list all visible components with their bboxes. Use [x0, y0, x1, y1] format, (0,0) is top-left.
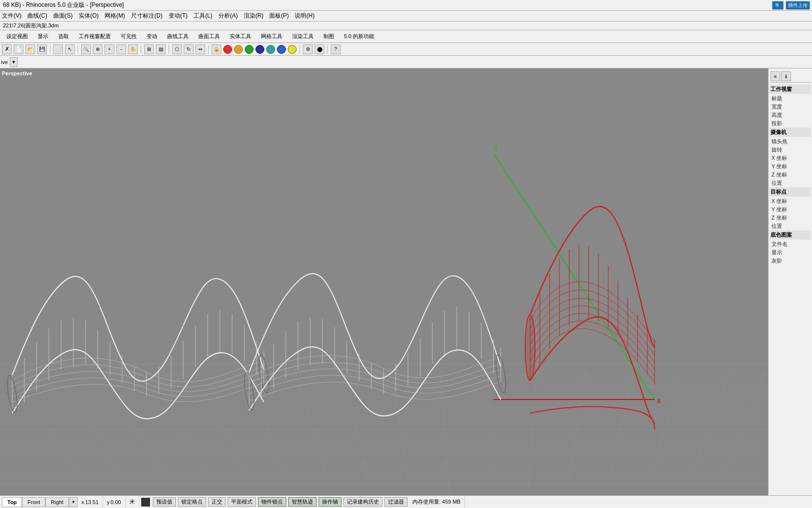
panel-target-y[interactable]: Y 坐标 [769, 205, 811, 214]
tb-rotate[interactable]: ↻ [184, 44, 193, 54]
btn-ortho[interactable]: 正交 [208, 497, 226, 507]
panel-display[interactable]: 显示 [769, 248, 811, 257]
menu-solid[interactable]: 实体(O) [79, 12, 99, 20]
menu-curve[interactable]: 曲线(C) [27, 12, 47, 20]
tab-select[interactable]: 选取 [54, 31, 73, 42]
status-bar: Top Front Right ✦ x 13.51 y 0.00 米 预设值 锁… [0, 495, 812, 508]
tb-new[interactable]: 📄 [14, 44, 23, 54]
panel-focal-length[interactable]: 镜头焦 [769, 137, 811, 146]
sep2 [78, 45, 78, 54]
tab-mesh-tools[interactable]: 网格工具 [256, 31, 287, 42]
panel-target-z[interactable]: Z 坐标 [769, 214, 811, 222]
tb-color7[interactable] [288, 45, 297, 54]
tb-record[interactable]: ⬤ [315, 44, 324, 54]
tb-save[interactable]: 💾 [37, 44, 47, 54]
tb-color4[interactable] [256, 45, 264, 54]
menu-help[interactable]: 说明(H) [295, 12, 315, 20]
sep1 [50, 45, 50, 54]
viewport-dropdown[interactable]: ▼ [10, 57, 18, 67]
menu-mesh[interactable]: 网格(M) [105, 12, 125, 20]
tb-color6[interactable] [277, 45, 286, 54]
tb-help[interactable]: ? [331, 44, 341, 54]
btn-lock-grid[interactable]: 锁定格点 [178, 497, 206, 507]
panel-height[interactable]: 高度 [769, 111, 811, 119]
tab-render-tools[interactable]: 渲染工具 [288, 31, 318, 42]
tb-color3[interactable] [245, 45, 254, 54]
search-btn[interactable]: 🔍 [772, 1, 784, 10]
color-indicator[interactable] [141, 498, 150, 507]
btn-record[interactable]: 记录建构历史 [343, 497, 383, 507]
tab-new-features[interactable]: 5.0 的新功能 [340, 31, 379, 42]
properties-icon[interactable]: ℹ [781, 71, 791, 81]
tb-zoom-in[interactable]: + [105, 44, 114, 54]
btn-default[interactable]: 预设值 [153, 497, 176, 507]
menu-tools[interactable]: 工具(L) [193, 12, 213, 20]
tb-mirror[interactable]: ⇔ [195, 44, 205, 54]
tab-add[interactable]: ✦ [69, 497, 78, 507]
tb-select-all[interactable]: ⬜ [53, 44, 63, 54]
btn-plane[interactable]: 平面模式 [228, 497, 256, 507]
btn-snap[interactable]: 物件锁点 [258, 497, 286, 507]
panel-rotation[interactable]: 旋转 [769, 146, 811, 154]
tab-curve-tools[interactable]: 曲线工具 [163, 31, 193, 42]
tb-move[interactable]: ↖ [65, 44, 75, 54]
tb-undo[interactable]: ✗ [2, 44, 12, 54]
btn-smart-track[interactable]: 智慧轨迹 [288, 497, 317, 507]
tab-top[interactable]: Top [2, 497, 22, 507]
panel-cam-z[interactable]: Z 坐标 [769, 171, 811, 179]
memory-field: 内存使用量: 459 MB [408, 496, 465, 508]
viewport-name: Perspective [2, 70, 32, 76]
panel-cam-x[interactable]: X 坐标 [769, 154, 811, 162]
btn-gumball[interactable]: 操作轴 [319, 497, 342, 507]
tab-surface-tools[interactable]: 曲面工具 [194, 31, 224, 42]
tb-pan[interactable]: ✋ [128, 44, 138, 54]
tb-color1[interactable] [223, 45, 232, 54]
tab-drafting[interactable]: 制图 [319, 31, 339, 42]
panel-cam-pos[interactable]: 位置 [769, 179, 811, 187]
panel-target-pos[interactable]: 位置 [769, 222, 811, 230]
coord-bar: 221\7.26|圆形沟架.3dm [0, 22, 812, 30]
btn-filter[interactable]: 过滤器 [385, 497, 407, 507]
menu-transform[interactable]: 变动(T) [169, 12, 188, 20]
unit-field: 米 [126, 496, 139, 508]
panel-title[interactable]: 标题 [769, 94, 811, 103]
tb-grid[interactable]: ⊞ [144, 44, 154, 54]
tab-right[interactable]: Right [45, 497, 69, 507]
tab-setview[interactable]: 设定视图 [2, 31, 32, 42]
tb-zoom-out[interactable]: - [116, 44, 126, 54]
tab-visibility[interactable]: 可见性 [116, 31, 141, 42]
menu-file[interactable]: 文件(V) [2, 12, 21, 20]
help-btn[interactable]: 插件上传 [786, 1, 810, 10]
layers-icon[interactable]: ≡ [770, 71, 780, 81]
unit-value: 米 [129, 498, 135, 506]
tab-viewport-config[interactable]: 工作视窗配置 [74, 31, 115, 42]
menu-dimension[interactable]: 尺寸标注(D) [131, 12, 163, 20]
panel-target-x[interactable]: X 坐标 [769, 197, 811, 205]
tab-display[interactable]: 显示 [33, 31, 53, 42]
menu-render[interactable]: 渲染(R) [244, 12, 264, 20]
panel-cam-y[interactable]: Y 坐标 [769, 162, 811, 171]
panel-projection[interactable]: 投影 [769, 119, 811, 128]
right-panel: ≡ ℹ 工作视窗 标题 宽度 高度 投影 摄像机 镜头焦 旋转 X 坐标 Y 坐… [768, 68, 812, 495]
viewport-canvas: x z x [0, 68, 768, 495]
menu-analysis[interactable]: 分析(A) [218, 12, 238, 20]
tb-color5[interactable] [266, 45, 275, 54]
panel-width[interactable]: 宽度 [769, 103, 811, 111]
tb-snap[interactable]: ⚙ [303, 44, 313, 54]
tb-color2[interactable] [234, 45, 243, 54]
viewport[interactable]: Perspective [0, 68, 768, 495]
tab-solid-tools[interactable]: 实体工具 [225, 31, 256, 42]
panel-filename[interactable]: 文件名 [769, 240, 811, 248]
tab-front[interactable]: Front [22, 497, 45, 507]
menu-panel[interactable]: 面板(P) [269, 12, 289, 20]
menu-surface[interactable]: 曲面(S) [53, 12, 73, 20]
x-label: x [82, 499, 85, 505]
tb-open[interactable]: 📂 [25, 44, 35, 54]
tab-transform[interactable]: 变动 [142, 31, 162, 42]
tb-zoom-ext[interactable]: 🔍 [81, 44, 91, 54]
tb-shaded[interactable]: ▤ [156, 44, 166, 54]
tb-zoom-win[interactable]: ⊕ [93, 44, 103, 54]
panel-grayscale[interactable]: 灰阶 [769, 257, 811, 265]
tb-lock[interactable]: 🔒 [212, 44, 221, 54]
tb-wire[interactable]: ⬡ [172, 44, 182, 54]
